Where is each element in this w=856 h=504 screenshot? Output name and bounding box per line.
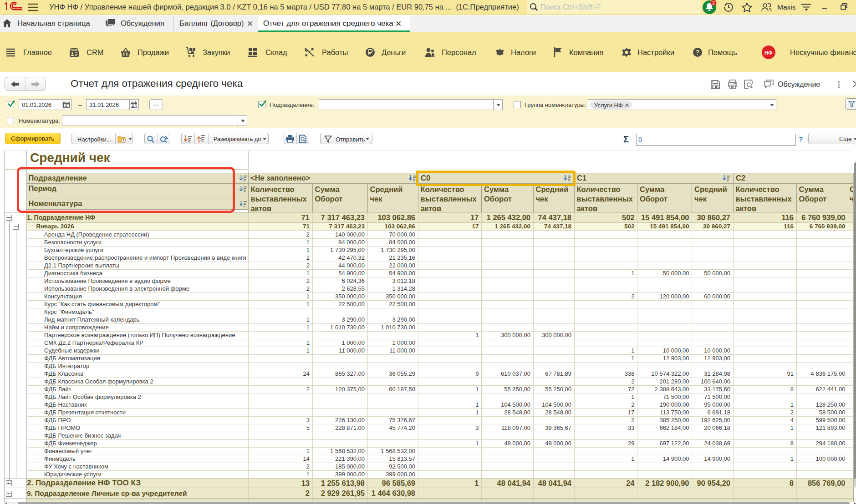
svg-text:?: ? <box>696 49 700 56</box>
svg-text:2: 2 <box>712 0 715 5</box>
